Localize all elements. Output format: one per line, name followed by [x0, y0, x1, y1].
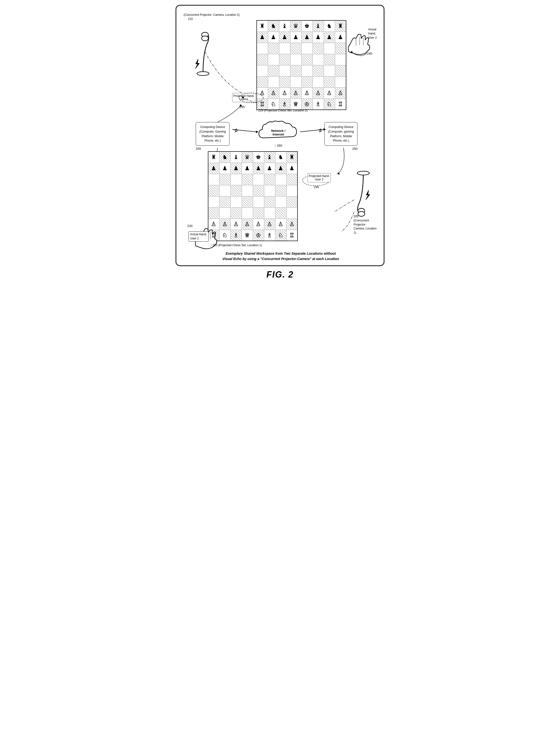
- chess-cell: [301, 54, 312, 65]
- proj-cam-1-label: 205 (Concurrent Projector-Camera, Locati…: [354, 214, 378, 235]
- chess-cell: ♙: [312, 88, 324, 99]
- chess-cell: [312, 65, 324, 76]
- chess-cell: ♟: [264, 163, 275, 174]
- proj-cam-2-text: (Concurrent Projector- Camera, Location …: [184, 13, 240, 16]
- chess-cell: ♟: [290, 32, 301, 43]
- computing-right-box: Computing Device(Computer, gamingPlatfor…: [324, 122, 357, 151]
- proj-hand-user2-label: Projected Hand,User 2: [307, 173, 331, 182]
- chess-cell: [257, 54, 268, 65]
- chess-cell: ♟: [219, 163, 231, 174]
- chess-cell: ♙: [264, 218, 275, 230]
- computing-left-num: 255: [196, 147, 230, 151]
- chess-cell: [208, 207, 219, 218]
- computing-left: Computing Device(Computer, GamingPlatfor…: [196, 122, 230, 146]
- chess-cell: ♚: [301, 20, 312, 32]
- svg-point-2: [197, 72, 209, 75]
- chess-cell: [279, 54, 290, 65]
- chess-cell: ♗: [231, 230, 242, 241]
- chess-cell: [286, 196, 298, 207]
- chess-cell: ♝: [264, 152, 275, 163]
- chess-cell: [257, 65, 268, 76]
- chess-cell: ♗: [264, 230, 275, 241]
- chess-cell: [253, 174, 264, 185]
- chess-cell: [253, 185, 264, 196]
- chess-cell: ♛: [290, 20, 301, 32]
- chess-cell: ♔: [253, 230, 264, 241]
- chess-cell: [275, 207, 286, 218]
- svg-point-1: [202, 36, 208, 41]
- chess-cell: ♙: [286, 218, 298, 230]
- figure-box: (Concurrent Projector- Camera, Location …: [175, 5, 385, 266]
- network-cloud: Network / Internet ↑ 260: [256, 120, 300, 147]
- chess-cell: [219, 207, 231, 218]
- chess-cell: ♞: [324, 20, 335, 32]
- computing-right-num: 250: [324, 147, 357, 151]
- chess-cell: [231, 207, 242, 218]
- proj-hand-user1-num: 235: [240, 105, 245, 109]
- chess-cell: ♙: [301, 88, 312, 99]
- chess-cell: ♙: [257, 88, 268, 99]
- chess-cell: [279, 76, 290, 88]
- chess-cell: ♟: [208, 163, 219, 174]
- chess-cell: [335, 43, 346, 54]
- chess-cell: [312, 43, 324, 54]
- computing-right: Computing Device(Computer, gamingPlatfor…: [324, 122, 357, 146]
- chess-cell: [290, 54, 301, 65]
- chess-cell: ♟: [231, 163, 242, 174]
- network-num: ↑ 260: [256, 144, 300, 147]
- chess-cell: ♟: [253, 163, 264, 174]
- chess-cell: ♛: [242, 152, 253, 163]
- chess-cell: [268, 43, 279, 54]
- chess-cell: [268, 54, 279, 65]
- chess-cell: ♟: [324, 32, 335, 43]
- chess-cell: [301, 65, 312, 76]
- chess-cell: [275, 174, 286, 185]
- chess-cell: ♜: [257, 20, 268, 32]
- chess-cell: ♜: [208, 152, 219, 163]
- actual-hand-user1-num: 230: [187, 224, 193, 228]
- chess-cell: ♙: [324, 88, 335, 99]
- chess-cell: [242, 185, 253, 196]
- chess-cell: ♟: [301, 32, 312, 43]
- chess-cell: [335, 76, 346, 88]
- chess-cell: [208, 185, 219, 196]
- chess-cell: [290, 43, 301, 54]
- chess-cell: [208, 196, 219, 207]
- chess-cell: [257, 76, 268, 88]
- proj-hand-user2-num: 245: [314, 185, 319, 189]
- chess-cell: ♔: [301, 99, 312, 110]
- chess-cell: [324, 54, 335, 65]
- chess-cell: ♚: [253, 152, 264, 163]
- svg-marker-13: [337, 172, 340, 174]
- chess-cell: ♖: [257, 99, 268, 110]
- proj-cam-2-num: 210: [188, 17, 193, 21]
- projector-cam-2-svg: [191, 28, 215, 76]
- chess-cell: ♙: [231, 218, 242, 230]
- chess-cell: ♘: [268, 99, 279, 110]
- chess-cell: [286, 185, 298, 196]
- actual-hand-user2-num: 240: [367, 52, 372, 55]
- chess-cell: ♞: [268, 20, 279, 32]
- chess-cell: [231, 196, 242, 207]
- chess-cell: [301, 76, 312, 88]
- chess-cell: [301, 43, 312, 54]
- proj-chess-2-label: ↑ 225 (Projected Chess Set, Location 2): [256, 109, 307, 112]
- chess-cell: ♝: [312, 20, 324, 32]
- actual-hand-user2-label: Actual Hand,User 2: [368, 28, 378, 40]
- proj-cam-2-label: (Concurrent Projector- Camera, Location …: [184, 13, 240, 21]
- chess-cell: ♗: [312, 99, 324, 110]
- chess-cell: [208, 174, 219, 185]
- chess-cell: ♘: [324, 99, 335, 110]
- chess-cell: [231, 185, 242, 196]
- chess-cell: [324, 43, 335, 54]
- chess-cell: [264, 185, 275, 196]
- chess-cell: ♟: [335, 32, 346, 43]
- chess-cell: ♘: [275, 230, 286, 241]
- chess-cell: ♙: [335, 88, 346, 99]
- chess-cell: [286, 207, 298, 218]
- chess-cell: [279, 43, 290, 54]
- chess-cell: ♙: [279, 88, 290, 99]
- chess-cell: ♗: [279, 99, 290, 110]
- proj-hand-user1-label: Projected Hand,User 1: [232, 93, 255, 102]
- chess-cell: [290, 76, 301, 88]
